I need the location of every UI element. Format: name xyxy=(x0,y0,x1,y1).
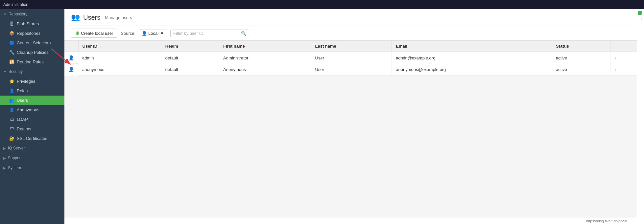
sidebar-item-anonymous[interactable]: 👤 Anonymous xyxy=(0,105,64,115)
blob-stores-icon: 🗄 xyxy=(9,21,14,26)
create-local-user-button[interactable]: ⊕ Create local user xyxy=(71,29,117,38)
cell-user-id: admin xyxy=(78,52,161,64)
sidebar-item-privileges[interactable]: ⭐ Privileges xyxy=(0,77,64,86)
page-icon: 👥 xyxy=(71,13,80,22)
right-panel-green-dot xyxy=(638,11,642,15)
cell-status: active xyxy=(552,64,610,75)
sidebar-item-repositories-label: Repositories xyxy=(17,31,40,36)
sidebar-item-cleanup-policies-label: Cleanup Policies xyxy=(17,50,49,55)
table-row[interactable]: 👤 anonymous default Anonymous User anony… xyxy=(64,64,637,75)
ldap-icon: 🗂 xyxy=(9,117,14,122)
table-wrapper: User ID ↑ Realm First name Last name xyxy=(64,41,637,218)
top-bar: Administration xyxy=(0,0,644,9)
sidebar-item-realms-label: Realms xyxy=(17,126,31,131)
row-checkbox-cell: 👤 xyxy=(64,64,78,75)
cell-last-name: User xyxy=(311,64,392,75)
sidebar-section-repository-label: Repository xyxy=(9,12,27,16)
sidebar-item-roles-label: Roles xyxy=(17,88,28,93)
cell-first-name: Anonymous xyxy=(219,64,311,75)
sidebar-item-content-selectors[interactable]: 🔵 Content Selectors xyxy=(0,38,64,48)
routing-rules-icon: 🔁 xyxy=(9,59,14,64)
iq-chevron-icon: ▶ xyxy=(3,146,6,150)
cell-last-name: User xyxy=(311,52,392,64)
cell-chevron: › xyxy=(610,64,637,75)
source-value: Local xyxy=(148,31,158,36)
cell-email: anonymous@example.org xyxy=(392,64,552,75)
chevron-down-icon: ▼ xyxy=(3,12,7,16)
row-chevron-icon: › xyxy=(614,55,616,60)
status-bar: https://blog.tiven.cn/p/y9b... xyxy=(64,218,637,224)
sidebar-item-cleanup-policies[interactable]: 🔧 Cleanup Policies xyxy=(0,48,64,57)
source-icon: 👤 xyxy=(142,31,147,36)
cell-first-name: Administrator xyxy=(219,52,311,64)
sidebar-section-system-label: System xyxy=(8,166,21,170)
sidebar-item-routing-rules-label: Routing Rules xyxy=(17,59,44,64)
dropdown-arrow-icon: ▼ xyxy=(160,31,164,36)
toolbar: ⊕ Create local user Source: 👤 Local ▼ 🔍 xyxy=(64,26,637,41)
th-status[interactable]: Status xyxy=(552,41,610,52)
cell-realm: default xyxy=(161,64,219,75)
sidebar-item-anonymous-label: Anonymous xyxy=(17,107,39,112)
th-email[interactable]: Email xyxy=(392,41,552,52)
sidebar-item-repositories[interactable]: 📦 Repositories xyxy=(0,29,64,38)
sidebar-section-security[interactable]: ▼ Security xyxy=(0,67,64,77)
sidebar-section-system[interactable]: ▶ System xyxy=(0,163,64,173)
source-dropdown[interactable]: 👤 Local ▼ xyxy=(139,30,167,37)
th-realm[interactable]: Realm xyxy=(161,41,219,52)
right-panel: ··· xyxy=(637,9,644,224)
sidebar-item-ldap-label: LDAP xyxy=(17,117,28,122)
cell-email: admin@example.org xyxy=(392,52,552,64)
sidebar-section-support[interactable]: ▶ Support xyxy=(0,153,64,163)
sidebar-item-blob-stores-label: Blob Stores xyxy=(17,21,39,26)
sidebar-item-blob-stores[interactable]: 🗄 Blob Stores xyxy=(0,19,64,29)
th-first-name[interactable]: First name xyxy=(219,41,311,52)
realms-icon: 🛡 xyxy=(9,126,14,131)
cell-realm: default xyxy=(161,52,219,64)
privileges-icon: ⭐ xyxy=(9,79,14,84)
system-chevron-icon: ▶ xyxy=(3,166,6,170)
right-panel-text: ··· xyxy=(638,18,643,21)
page-subtitle: Manage users xyxy=(105,15,132,20)
search-icon: 🔍 xyxy=(241,31,246,36)
sidebar-item-privileges-label: Privileges xyxy=(17,79,35,84)
create-button-label: Create local user xyxy=(81,31,113,36)
sidebar-item-realms[interactable]: 🛡 Realms xyxy=(0,124,64,134)
sidebar-section-iq-server[interactable]: ▶ IQ Server xyxy=(0,143,64,153)
sidebar-item-ldap[interactable]: 🗂 LDAP xyxy=(0,115,64,124)
source-label: Source: xyxy=(121,31,135,36)
sidebar-section-iq-label: IQ Server xyxy=(8,146,25,150)
sidebar-section-security-label: Security xyxy=(9,69,23,74)
sidebar-item-ssl-label: SSL Certificates xyxy=(17,136,47,141)
repositories-icon: 📦 xyxy=(9,31,14,36)
app-title: Administration xyxy=(3,2,28,7)
sidebar-section-repository[interactable]: ▼ Repository xyxy=(0,9,64,19)
sidebar-item-ssl-certificates[interactable]: 🔐 SSL Certificates xyxy=(0,134,64,143)
sidebar-item-users-label: Users xyxy=(17,98,28,103)
anonymous-icon: 👤 xyxy=(9,107,14,112)
sidebar-item-users[interactable]: 👥 Users xyxy=(0,96,64,105)
roles-icon: 👤 xyxy=(9,88,14,93)
row-chevron-icon: › xyxy=(614,67,616,72)
th-checkbox xyxy=(64,41,78,52)
cell-chevron: › xyxy=(610,52,637,64)
users-icon: 👥 xyxy=(9,98,14,103)
security-chevron-icon: ▼ xyxy=(3,70,7,74)
page-title: Users xyxy=(83,14,100,21)
sidebar-section-support-label: Support xyxy=(8,156,22,160)
sidebar: ▼ Repository 🗄 Blob Stores 📦 Repositorie… xyxy=(0,9,64,224)
table-header-row: User ID ↑ Realm First name Last name xyxy=(64,41,637,52)
cleanup-policies-icon: 🔧 xyxy=(9,50,14,55)
filter-user-id-input[interactable] xyxy=(173,31,240,36)
sidebar-item-routing-rules[interactable]: 🔁 Routing Rules xyxy=(0,57,64,67)
users-table: User ID ↑ Realm First name Last name xyxy=(64,41,637,76)
table-row[interactable]: 👤 admin default Administrator User admin… xyxy=(64,52,637,64)
th-user-id[interactable]: User ID ↑ xyxy=(78,41,161,52)
user-row-icon: 👤 xyxy=(68,67,74,72)
support-chevron-icon: ▶ xyxy=(3,156,6,160)
sidebar-item-roles[interactable]: 👤 Roles xyxy=(0,86,64,96)
th-action xyxy=(610,41,637,52)
page-header: 👥 Users Manage users xyxy=(64,9,637,26)
row-checkbox-cell: 👤 xyxy=(64,52,78,64)
th-last-name[interactable]: Last name xyxy=(311,41,392,52)
plus-icon: ⊕ xyxy=(75,30,80,36)
